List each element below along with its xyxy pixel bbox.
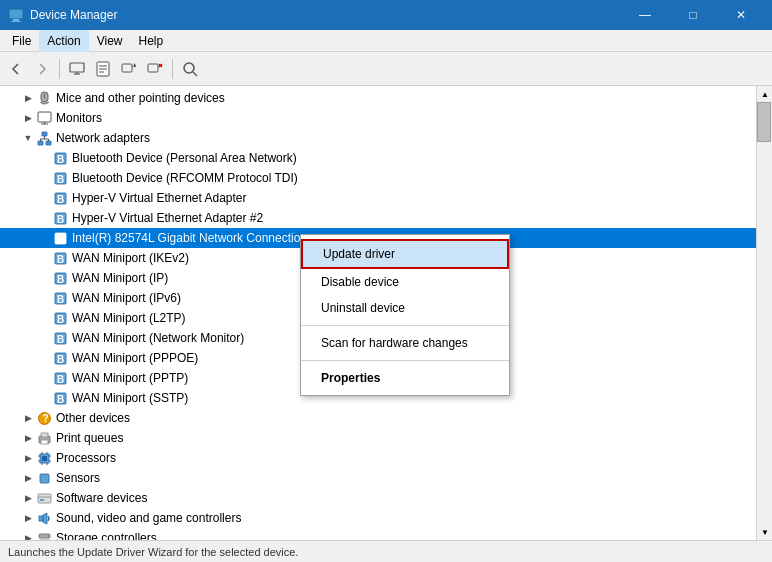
back-button[interactable] (4, 57, 28, 81)
monitors-icon (36, 110, 52, 126)
close-button[interactable]: ✕ (718, 0, 764, 30)
svg-rect-0 (9, 9, 23, 19)
svg-rect-73 (40, 499, 44, 501)
properties-button[interactable] (91, 57, 115, 81)
wan-sstp-label: WAN Miniport (SSTP) (72, 391, 188, 405)
scroll-up-arrow[interactable]: ▲ (757, 86, 772, 102)
expand-mice[interactable]: ▶ (20, 90, 36, 106)
wan-ikev2-label: WAN Miniport (IKEv2) (72, 251, 189, 265)
intel-icon: B (52, 230, 68, 246)
expand-storage[interactable]: ▶ (20, 530, 36, 540)
menu-action[interactable]: Action (39, 30, 88, 52)
menu-bar: File Action View Help (0, 30, 772, 52)
context-sep-2 (301, 360, 509, 361)
svg-rect-61 (42, 456, 47, 461)
wan-ip-icon: B (52, 270, 68, 286)
software-label: Software devices (56, 491, 147, 505)
wan-netmon-label: WAN Miniport (Network Monitor) (72, 331, 244, 345)
svg-point-15 (184, 63, 194, 73)
wan-pppoe-label: WAN Miniport (PPPOE) (72, 351, 198, 365)
expand-processors[interactable]: ▶ (20, 450, 36, 466)
menu-file[interactable]: File (4, 30, 39, 52)
storage-label: Storage controllers (56, 531, 157, 540)
uninstall-button[interactable] (143, 57, 167, 81)
main-content: ▶ Mice and other pointing devices ▶ (0, 86, 772, 540)
expand-sound[interactable]: ▶ (20, 510, 36, 526)
forward-button[interactable] (30, 57, 54, 81)
bluetooth2-label: Bluetooth Device (RFCOMM Protocol TDI) (72, 171, 298, 185)
svg-text:B: B (57, 354, 64, 365)
wan-ipv6-icon: B (52, 290, 68, 306)
sound-label: Sound, video and game controllers (56, 511, 241, 525)
tree-item-bluetooth1[interactable]: B Bluetooth Device (Personal Area Networ… (0, 148, 756, 168)
tree-item-monitors[interactable]: ▶ Monitors (0, 108, 756, 128)
scroll-thumb[interactable] (757, 102, 771, 142)
wan-pptp-label: WAN Miniport (PPTP) (72, 371, 188, 385)
tree-item-bluetooth2[interactable]: B Bluetooth Device (RFCOMM Protocol TDI) (0, 168, 756, 188)
minimize-button[interactable]: — (622, 0, 668, 30)
tree-item-mice[interactable]: ▶ Mice and other pointing devices (0, 88, 756, 108)
expand-network[interactable]: ▼ (20, 130, 36, 146)
other-icon: ? (36, 410, 52, 426)
context-disable-device[interactable]: Disable device (301, 269, 509, 295)
tree-item-storage[interactable]: ▶ Storage controllers (0, 528, 756, 540)
scroll-track[interactable] (757, 102, 772, 524)
svg-text:B: B (57, 374, 64, 385)
wan-ikev2-icon: B (52, 250, 68, 266)
tree-item-hyperv2[interactable]: B Hyper-V Virtual Ethernet Adapter #2 (0, 208, 756, 228)
bluetooth2-icon: B (52, 170, 68, 186)
svg-rect-23 (38, 141, 43, 145)
wan-l2tp-icon: B (52, 310, 68, 326)
menu-help[interactable]: Help (131, 30, 172, 52)
svg-text:B: B (57, 194, 64, 205)
hyperv2-icon: B (52, 210, 68, 226)
expand-print[interactable]: ▶ (20, 430, 36, 446)
storage-icon (36, 530, 52, 540)
svg-rect-19 (38, 112, 51, 122)
hyperv2-label: Hyper-V Virtual Ethernet Adapter #2 (72, 211, 263, 225)
context-update-driver[interactable]: Update driver (301, 239, 509, 269)
hyperv1-icon: B (52, 190, 68, 206)
context-scan-hardware[interactable]: Scan for hardware changes (301, 330, 509, 356)
context-properties[interactable]: Properties (301, 365, 509, 391)
svg-text:B: B (57, 154, 64, 165)
hyperv1-label: Hyper-V Virtual Ethernet Adapter (72, 191, 247, 205)
network-icon (36, 130, 52, 146)
scroll-down-arrow[interactable]: ▼ (757, 524, 772, 540)
expand-other[interactable]: ▶ (20, 410, 36, 426)
expand-sensors[interactable]: ▶ (20, 470, 36, 486)
tree-item-print[interactable]: ▶ Print queues (0, 428, 756, 448)
computer-button[interactable] (65, 57, 89, 81)
expand-monitors[interactable]: ▶ (20, 110, 36, 126)
svg-rect-10 (122, 64, 132, 72)
context-uninstall-device[interactable]: Uninstall device (301, 295, 509, 321)
svg-rect-59 (41, 440, 48, 444)
svg-line-16 (193, 72, 197, 76)
svg-text:?: ? (42, 413, 48, 424)
update-driver-button[interactable] (117, 57, 141, 81)
tree-item-sound[interactable]: ▶ Sound, video and game controllers (0, 508, 756, 528)
svg-text:B: B (57, 274, 64, 285)
scrollbar[interactable]: ▲ ▼ (756, 86, 772, 540)
scan-button[interactable] (178, 57, 202, 81)
menu-view[interactable]: View (89, 30, 131, 52)
expand-software[interactable]: ▶ (20, 490, 36, 506)
svg-rect-3 (70, 63, 84, 72)
tree-item-hyperv1[interactable]: B Hyper-V Virtual Ethernet Adapter (0, 188, 756, 208)
toolbar (0, 52, 772, 86)
tree-item-processors[interactable]: ▶ Processors (0, 448, 756, 468)
print-icon (36, 430, 52, 446)
wan-ip-label: WAN Miniport (IP) (72, 271, 168, 285)
tree-item-other[interactable]: ▶ ? Other devices (0, 408, 756, 428)
bluetooth1-icon: B (52, 150, 68, 166)
wan-pppoe-icon: B (52, 350, 68, 366)
maximize-button[interactable]: □ (670, 0, 716, 30)
svg-text:B: B (57, 254, 64, 265)
window-title: Device Manager (30, 8, 622, 22)
tree-item-sensors[interactable]: ▶ Sensors (0, 468, 756, 488)
monitors-label: Monitors (56, 111, 102, 125)
wan-l2tp-label: WAN Miniport (L2TP) (72, 311, 186, 325)
tree-item-software[interactable]: ▶ Software devices (0, 488, 756, 508)
svg-rect-24 (46, 141, 51, 145)
tree-item-network[interactable]: ▼ Network adapters (0, 128, 756, 148)
